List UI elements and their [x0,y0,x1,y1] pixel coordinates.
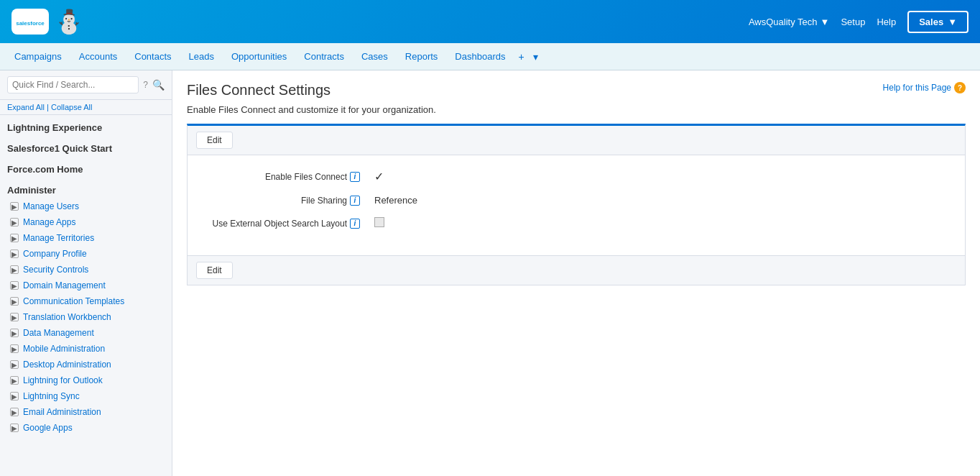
sidebar-item-lightning-sync[interactable]: ▶ Lightning Sync [0,388,172,404]
sidebar-item-label: Data Management [23,328,94,338]
add-tab-button[interactable]: + [514,45,528,68]
setting-value-enable-files-connect: ✓ [374,170,384,183]
content-header: Files Connect Settings Help for this Pag… [187,82,966,99]
settings-toolbar-bottom: Edit [188,255,965,285]
main-content: Files Connect Settings Help for this Pag… [172,70,980,476]
sidebar-item-company-profile[interactable]: ▶ Company Profile [0,246,172,262]
info-icon-file-sharing[interactable]: i [350,196,360,206]
sidebar-item-communication-templates[interactable]: ▶ Communication Templates [0,293,172,309]
nav-item-accounts[interactable]: Accounts [70,45,126,68]
main-layout: ? 🔍 Expand All | Collapse All Lightning … [0,70,980,476]
snowman-decoration: ⛄ [55,8,83,35]
expand-arrow-lightning-sync: ▶ [10,392,19,401]
help-icon: ? [954,82,966,93]
nav-item-opportunities[interactable]: Opportunities [223,45,295,68]
expand-collapse-links: Expand All | Collapse All [0,100,172,115]
section-title-force-com: Force.com Home [0,157,172,178]
expand-arrow-desktop-administration: ▶ [10,360,19,369]
nav-item-contacts[interactable]: Contacts [126,45,180,68]
sidebar-item-label: Google Apps [23,423,73,433]
sidebar-item-manage-territories[interactable]: ▶ Manage Territories [0,230,172,246]
user-label: AwsQuality Tech [749,17,818,27]
expand-arrow-lightning-for-outlook: ▶ [10,376,19,385]
sidebar-item-label: Lightning for Outlook [23,375,103,385]
search-input[interactable] [7,76,139,93]
help-link[interactable]: Help [877,17,896,27]
setting-row-external-object-search: Use External Object Search Layout i [209,217,943,229]
edit-button-bottom[interactable]: Edit [196,262,233,279]
expand-all-link[interactable]: Expand All [7,103,45,111]
setting-label-enable-files-connect: Enable Files Connect i [209,172,367,182]
search-help-icon[interactable]: ? [143,80,148,90]
sidebar-item-desktop-administration[interactable]: ▶ Desktop Administration [0,357,172,372]
edit-button-top[interactable]: Edit [196,132,233,149]
sidebar-item-google-apps[interactable]: ▶ Google Apps [0,420,172,436]
setting-row-enable-files-connect: Enable Files Connect i ✓ [209,170,943,183]
page-title: Files Connect Settings [187,82,330,99]
help-link-label: Help for this Page [883,83,951,93]
section-title-lightning-experience: Lightning Experience [0,115,172,136]
sidebar-item-label: Manage Apps [23,217,75,227]
app-header: salesforce ⛄ AwsQuality Tech ▼ Setup Hel… [0,0,980,43]
sidebar-search-area: ? 🔍 [0,70,172,100]
expand-arrow-mobile-administration: ▶ [10,344,19,353]
sidebar: ? 🔍 Expand All | Collapse All Lightning … [0,70,172,476]
nav-item-cases[interactable]: Cases [353,45,397,68]
collapse-all-link[interactable]: Collapse All [51,103,92,111]
settings-box: Edit Enable Files Connect i ✓ [187,124,966,285]
section-title-administer: Administer [0,178,172,198]
expand-arrow-manage-territories: ▶ [10,234,19,242]
sidebar-item-label: Manage Territories [23,233,94,243]
setting-value-external-object-search [374,217,384,229]
info-icon-enable-files-connect[interactable]: i [350,172,360,182]
sidebar-item-mobile-administration[interactable]: ▶ Mobile Administration [0,341,172,357]
header-right: AwsQuality Tech ▼ Setup Help Sales ▼ [749,11,969,33]
more-tabs-button[interactable]: ▾ [529,45,542,68]
info-icon-external-object-search[interactable]: i [350,219,360,229]
setting-label-file-sharing: File Sharing i [209,196,367,206]
nav-item-contracts[interactable]: Contracts [295,45,353,68]
expand-arrow-communication-templates: ▶ [10,297,19,306]
setting-value-file-sharing: Reference [374,195,417,206]
sidebar-item-label: Communication Templates [23,296,124,306]
sidebar-item-translation-workbench[interactable]: ▶ Translation Workbench [0,309,172,325]
sidebar-item-label: Mobile Administration [23,344,105,354]
salesforce-logo: salesforce [11,9,49,35]
link-separator: | [47,103,49,111]
app-switcher-button[interactable]: Sales ▼ [907,11,969,33]
sidebar-item-domain-management[interactable]: ▶ Domain Management [0,278,172,293]
help-for-page-link[interactable]: Help for this Page ? [883,82,966,93]
expand-arrow-security-controls: ▶ [10,265,19,274]
expand-arrow-translation-workbench: ▶ [10,313,19,321]
sidebar-item-label: Security Controls [23,265,88,275]
checkmark-enable-files-connect: ✓ [374,170,384,183]
expand-arrow-data-management: ▶ [10,329,19,337]
user-menu[interactable]: AwsQuality Tech ▼ [749,17,830,27]
sidebar-item-label: Manage Users [23,201,79,211]
sidebar-item-label: Desktop Administration [23,360,111,370]
sidebar-item-data-management[interactable]: ▶ Data Management [0,325,172,341]
settings-toolbar-top: Edit [188,126,965,155]
sidebar-item-label: Lightning Sync [23,391,80,401]
setup-link[interactable]: Setup [841,17,865,27]
nav-item-leads[interactable]: Leads [180,45,223,68]
nav-item-dashboards[interactable]: Dashboards [446,45,514,68]
app-switcher-arrow: ▼ [948,17,957,27]
sidebar-item-label: Domain Management [23,280,106,290]
sidebar-item-email-administration[interactable]: ▶ Email Administration [0,404,172,420]
navigation-bar: Campaigns Accounts Contacts Leads Opport… [0,43,980,70]
nav-item-campaigns[interactable]: Campaigns [6,45,70,68]
expand-arrow-manage-users: ▶ [10,202,19,211]
expand-arrow-company-profile: ▶ [10,250,19,258]
section-title-salesforce1: Salesforce1 Quick Start [0,136,172,157]
sidebar-item-manage-users[interactable]: ▶ Manage Users [0,198,172,214]
nav-item-reports[interactable]: Reports [397,45,447,68]
search-button[interactable]: 🔍 [152,79,165,91]
settings-body: Enable Files Connect i ✓ File Sharing i … [188,155,965,255]
sidebar-item-lightning-for-outlook[interactable]: ▶ Lightning for Outlook [0,372,172,388]
setting-row-file-sharing: File Sharing i Reference [209,195,943,206]
expand-arrow-google-apps: ▶ [10,424,19,432]
sidebar-item-manage-apps[interactable]: ▶ Manage Apps [0,214,172,230]
sidebar-item-security-controls[interactable]: ▶ Security Controls [0,262,172,278]
sidebar-item-label: Company Profile [23,249,87,259]
